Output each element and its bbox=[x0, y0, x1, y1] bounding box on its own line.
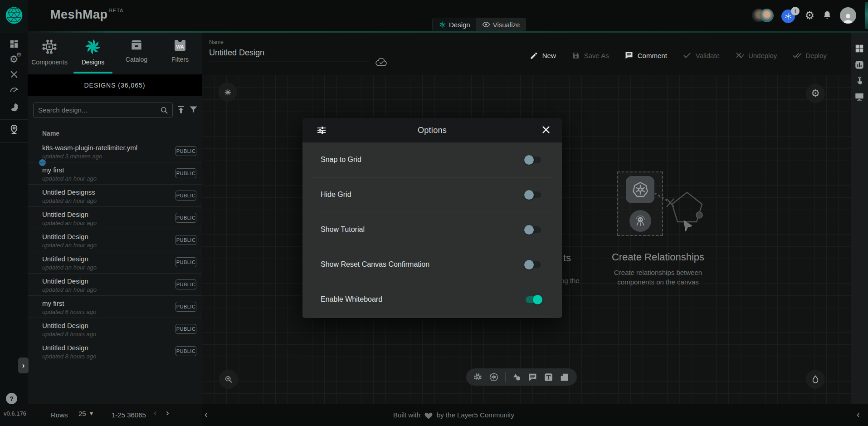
design-mode-button[interactable]: Design bbox=[433, 18, 476, 31]
ink-drop-button[interactable] bbox=[806, 370, 825, 389]
design-list-item[interactable]: my firstupdated an hour agoPUBLIC bbox=[28, 162, 202, 184]
close-icon[interactable] bbox=[541, 125, 551, 135]
kubernetes-tool-icon[interactable] bbox=[489, 372, 499, 382]
option-toggle[interactable] bbox=[526, 261, 541, 268]
app-header: MeshMapBETA Design Visualize bbox=[0, 0, 868, 31]
rows-per-page-select[interactable]: 25▾ bbox=[78, 409, 93, 417]
design-list-item[interactable]: my firstupdated 6 hours agoPUBLIC bbox=[28, 295, 202, 318]
canvas-settings-gear-button[interactable]: ⚙ bbox=[806, 84, 825, 103]
user-avatar[interactable] bbox=[840, 7, 856, 24]
settings-gear-button[interactable]: ⚙ bbox=[805, 9, 814, 22]
toolkit-icon[interactable] bbox=[0, 68, 28, 81]
design-list-item[interactable]: Untitled Designupdated an hour agoPUBLIC bbox=[28, 229, 202, 251]
text-tool-icon[interactable] bbox=[544, 372, 553, 382]
tab-filters[interactable]: WA Filters bbox=[158, 33, 202, 74]
option-label: Enable Whiteboard bbox=[321, 295, 382, 304]
collapse-right-chevron[interactable]: ‹ bbox=[857, 409, 860, 420]
lifecycle-gears-icon[interactable]: ⚙⚙ bbox=[0, 53, 28, 66]
save-as-button[interactable]: Save As bbox=[571, 51, 609, 60]
canvas-footer: ‹ Built with by the Layer5 Community ‹ bbox=[202, 404, 868, 426]
touch-interaction-icon[interactable] bbox=[854, 76, 864, 86]
deploy-button[interactable]: Deploy bbox=[792, 51, 827, 60]
design-name-label: Name bbox=[209, 39, 377, 45]
option-toggle[interactable] bbox=[526, 191, 541, 198]
design-updated-timestamp: updated an hour ago bbox=[42, 242, 97, 249]
visibility-badge: PUBLIC bbox=[176, 168, 196, 178]
option-row: Hide Grid bbox=[313, 177, 552, 212]
toggle-thumb bbox=[524, 190, 534, 200]
zoom-button[interactable] bbox=[219, 370, 238, 389]
kubernetes-context-chip[interactable]: 1 bbox=[781, 8, 797, 23]
check-icon bbox=[683, 51, 692, 60]
design-updated-timestamp: updated an hour ago bbox=[42, 175, 97, 182]
meshmap-pin-icon[interactable] bbox=[0, 122, 28, 136]
canvas-kubernetes-wheel-button[interactable] bbox=[218, 83, 237, 102]
design-list-item[interactable]: Untitled Designupdated an hour agoPUBLIC bbox=[28, 251, 202, 273]
extensions-pie-icon[interactable] bbox=[0, 101, 28, 114]
monitor-icon[interactable] bbox=[854, 92, 864, 102]
comment-bubble-icon bbox=[624, 51, 634, 60]
beta-badge: BETA bbox=[109, 8, 124, 13]
dashboard-icon[interactable] bbox=[0, 37, 28, 51]
design-updated-timestamp: updated an hour ago bbox=[42, 220, 97, 226]
validate-button[interactable]: Validate bbox=[683, 51, 720, 60]
visibility-badge: PUBLIC bbox=[176, 191, 196, 201]
previous-page-button[interactable]: ‹ bbox=[154, 407, 157, 418]
empty-state-title: Create Relationships bbox=[576, 251, 740, 263]
rail-divider bbox=[0, 142, 28, 143]
design-name: Untitled Design bbox=[42, 233, 88, 240]
tab-filters-label: Filters bbox=[171, 56, 189, 63]
tab-components-label: Components bbox=[31, 59, 67, 66]
tab-designs[interactable]: Designs bbox=[71, 33, 115, 74]
toggle-thumb bbox=[524, 260, 534, 269]
option-toggle[interactable] bbox=[526, 157, 541, 163]
pagination-range: 1-25 36065 bbox=[112, 411, 146, 419]
components-tool-icon[interactable] bbox=[473, 372, 483, 382]
design-list-item[interactable]: Untitled Designupdated 8 hours agoPUBLIC bbox=[28, 318, 202, 340]
design-list-item[interactable]: Untitled Designupdated an hour agoPUBLIC bbox=[28, 206, 202, 229]
design-name: Untitled Design bbox=[42, 277, 88, 285]
performance-gauge-icon[interactable] bbox=[0, 83, 28, 97]
empty-state-description: Create relationships between components … bbox=[576, 268, 740, 287]
meshmap-logo[interactable] bbox=[0, 0, 28, 31]
occluded-card-title-fragment: ts bbox=[563, 252, 571, 264]
new-design-button[interactable]: New bbox=[530, 51, 556, 60]
visibility-badge: PUBLIC bbox=[176, 213, 196, 223]
search-input[interactable] bbox=[38, 103, 156, 117]
import-design-icon[interactable] bbox=[176, 105, 186, 116]
option-toggle[interactable] bbox=[526, 226, 541, 233]
active-tab-underline bbox=[73, 72, 112, 73]
tab-components[interactable]: Components bbox=[28, 33, 71, 74]
collaborator-avatar-2[interactable] bbox=[760, 9, 774, 22]
analytics-chart-icon[interactable] bbox=[854, 60, 864, 70]
tab-catalog[interactable]: Catalog bbox=[115, 33, 158, 74]
design-list-item[interactable]: k8s-wasm-plugin-ratelimiter.ymlupdated 3… bbox=[28, 140, 202, 162]
comment-tool-icon[interactable] bbox=[528, 372, 537, 382]
undeploy-button[interactable]: Undeploy bbox=[735, 51, 777, 60]
notifications-bell-button[interactable] bbox=[822, 10, 832, 20]
collapse-left-chevron[interactable]: ‹ bbox=[205, 409, 208, 420]
note-tool-icon[interactable] bbox=[560, 372, 569, 382]
option-toggle[interactable] bbox=[526, 296, 541, 303]
kubernetes-count-badge: 1 bbox=[791, 7, 800, 15]
visualize-mode-button[interactable]: Visualize bbox=[476, 18, 526, 31]
design-list-item[interactable]: Untitled Designupdated 8 hours agoPUBLIC bbox=[28, 340, 202, 362]
filter-funnel-icon[interactable] bbox=[189, 105, 198, 116]
expand-drawer-button[interactable]: › bbox=[18, 357, 29, 373]
comment-button[interactable]: Comment bbox=[624, 51, 667, 60]
meshery-swirl-icon bbox=[84, 38, 102, 55]
search-box bbox=[33, 103, 173, 118]
design-list-item[interactable]: Untitled Designssupdated an hour agoPUBL… bbox=[28, 184, 202, 206]
design-list-item[interactable]: Untitled Designupdated an hour agoPUBLIC bbox=[28, 273, 202, 295]
widgets-grid-icon[interactable] bbox=[854, 44, 864, 54]
design-name-input[interactable] bbox=[209, 48, 369, 62]
help-button[interactable]: ? bbox=[6, 393, 17, 404]
shapes-tool-icon[interactable] bbox=[512, 372, 522, 382]
next-page-button[interactable]: › bbox=[166, 407, 169, 418]
designs-panel: Components Designs Catalog WA Filters bbox=[28, 33, 202, 426]
design-updated-timestamp: updated 6 hours ago bbox=[42, 308, 96, 315]
caret-down-icon: ▾ bbox=[90, 409, 93, 417]
toggle-thumb bbox=[524, 225, 534, 235]
rail-divider bbox=[0, 119, 28, 120]
column-header-name: Name bbox=[42, 130, 202, 137]
